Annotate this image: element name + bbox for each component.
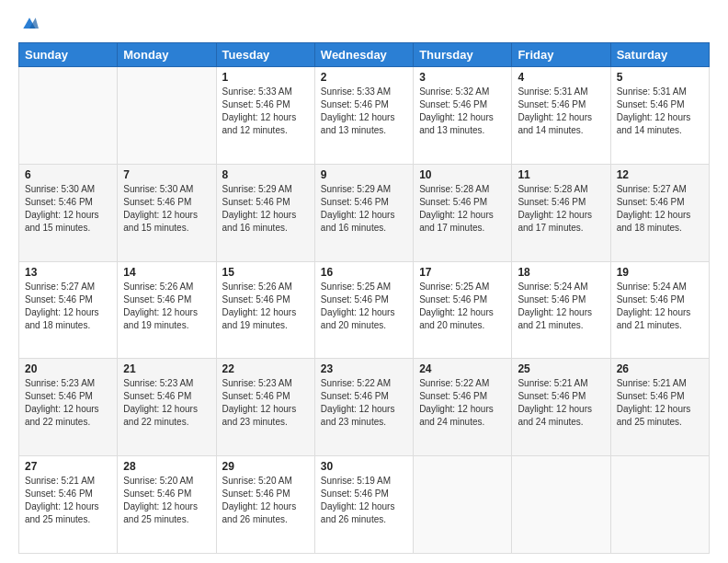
day-info: Sunrise: 5:30 AMSunset: 5:46 PMDaylight:… <box>25 184 99 233</box>
day-info: Sunrise: 5:23 AMSunset: 5:46 PMDaylight:… <box>222 378 297 427</box>
day-info: Sunrise: 5:31 AMSunset: 5:46 PMDaylight:… <box>518 86 592 135</box>
day-number: 1 <box>222 71 309 84</box>
day-number: 12 <box>617 168 703 181</box>
calendar-week-5: 27 Sunrise: 5:21 AMSunset: 5:46 PMDaylig… <box>19 456 710 554</box>
day-info: Sunrise: 5:33 AMSunset: 5:46 PMDaylight:… <box>222 86 297 135</box>
day-number: 21 <box>123 362 210 375</box>
day-number: 24 <box>419 362 506 375</box>
calendar-cell: 10 Sunrise: 5:28 AMSunset: 5:46 PMDaylig… <box>414 164 512 261</box>
header-thursday: Thursday <box>414 43 512 67</box>
day-number: 9 <box>321 168 407 181</box>
calendar-cell: 4 Sunrise: 5:31 AMSunset: 5:46 PMDayligh… <box>512 67 610 165</box>
day-info: Sunrise: 5:23 AMSunset: 5:46 PMDaylight:… <box>25 378 99 427</box>
calendar-cell: 24 Sunrise: 5:22 AMSunset: 5:46 PMDaylig… <box>414 359 512 456</box>
day-info: Sunrise: 5:24 AMSunset: 5:46 PMDaylight:… <box>518 282 592 330</box>
day-number: 27 <box>25 460 111 473</box>
day-number: 15 <box>222 266 309 279</box>
page: SundayMondayTuesdayWednesdayThursdayFrid… <box>0 0 728 563</box>
calendar-cell: 29 Sunrise: 5:20 AMSunset: 5:46 PMDaylig… <box>216 456 314 554</box>
calendar-cell: 28 Sunrise: 5:20 AMSunset: 5:46 PMDaylig… <box>118 456 216 554</box>
day-number: 14 <box>123 266 210 279</box>
day-number: 18 <box>518 266 604 279</box>
day-info: Sunrise: 5:33 AMSunset: 5:46 PMDaylight:… <box>321 86 395 135</box>
day-info: Sunrise: 5:25 AMSunset: 5:46 PMDaylight:… <box>419 282 494 330</box>
day-number: 22 <box>222 362 309 375</box>
header-saturday: Saturday <box>610 43 709 67</box>
calendar-cell <box>118 67 216 165</box>
day-number: 11 <box>518 168 604 181</box>
day-info: Sunrise: 5:27 AMSunset: 5:46 PMDaylight:… <box>25 282 99 330</box>
day-number: 6 <box>25 168 111 181</box>
calendar-cell: 17 Sunrise: 5:25 AMSunset: 5:46 PMDaylig… <box>414 261 512 359</box>
calendar-cell: 22 Sunrise: 5:23 AMSunset: 5:46 PMDaylig… <box>216 359 314 456</box>
calendar-cell: 8 Sunrise: 5:29 AMSunset: 5:46 PMDayligh… <box>216 164 314 261</box>
day-info: Sunrise: 5:24 AMSunset: 5:46 PMDaylight:… <box>617 282 691 330</box>
day-info: Sunrise: 5:28 AMSunset: 5:46 PMDaylight:… <box>518 184 592 233</box>
day-number: 23 <box>321 362 407 375</box>
day-info: Sunrise: 5:29 AMSunset: 5:46 PMDaylight:… <box>222 184 297 233</box>
day-number: 7 <box>123 168 210 181</box>
day-info: Sunrise: 5:22 AMSunset: 5:46 PMDaylight:… <box>321 378 395 427</box>
day-number: 2 <box>321 71 407 84</box>
calendar-table: SundayMondayTuesdayWednesdayThursdayFrid… <box>18 42 710 554</box>
calendar-cell: 14 Sunrise: 5:26 AMSunset: 5:46 PMDaylig… <box>118 261 216 359</box>
day-number: 3 <box>419 71 506 84</box>
day-info: Sunrise: 5:22 AMSunset: 5:46 PMDaylight:… <box>419 378 494 427</box>
day-info: Sunrise: 5:21 AMSunset: 5:46 PMDaylight:… <box>518 378 592 427</box>
calendar-cell <box>512 456 610 554</box>
calendar-cell: 30 Sunrise: 5:19 AMSunset: 5:46 PMDaylig… <box>314 456 413 554</box>
header-wednesday: Wednesday <box>314 43 413 67</box>
calendar-cell: 26 Sunrise: 5:21 AMSunset: 5:46 PMDaylig… <box>610 359 709 456</box>
calendar-cell: 9 Sunrise: 5:29 AMSunset: 5:46 PMDayligh… <box>314 164 413 261</box>
day-info: Sunrise: 5:28 AMSunset: 5:46 PMDaylight:… <box>419 184 494 233</box>
calendar-week-1: 1 Sunrise: 5:33 AMSunset: 5:46 PMDayligh… <box>19 67 710 165</box>
calendar-cell: 11 Sunrise: 5:28 AMSunset: 5:46 PMDaylig… <box>512 164 610 261</box>
header-sunday: Sunday <box>19 43 118 67</box>
day-info: Sunrise: 5:26 AMSunset: 5:46 PMDaylight:… <box>123 282 198 330</box>
day-number: 30 <box>321 460 407 473</box>
day-info: Sunrise: 5:21 AMSunset: 5:46 PMDaylight:… <box>617 378 691 427</box>
day-info: Sunrise: 5:23 AMSunset: 5:46 PMDaylight:… <box>123 378 198 427</box>
logo <box>18 15 39 33</box>
calendar-header-row: SundayMondayTuesdayWednesdayThursdayFrid… <box>19 43 710 67</box>
day-info: Sunrise: 5:30 AMSunset: 5:46 PMDaylight:… <box>123 184 198 233</box>
calendar-cell: 3 Sunrise: 5:32 AMSunset: 5:46 PMDayligh… <box>414 67 512 165</box>
day-number: 10 <box>419 168 506 181</box>
calendar-cell: 18 Sunrise: 5:24 AMSunset: 5:46 PMDaylig… <box>512 261 610 359</box>
calendar-cell: 2 Sunrise: 5:33 AMSunset: 5:46 PMDayligh… <box>314 67 413 165</box>
day-info: Sunrise: 5:27 AMSunset: 5:46 PMDaylight:… <box>617 184 691 233</box>
calendar-cell: 16 Sunrise: 5:25 AMSunset: 5:46 PMDaylig… <box>314 261 413 359</box>
day-number: 5 <box>617 71 703 84</box>
day-info: Sunrise: 5:29 AMSunset: 5:46 PMDaylight:… <box>321 184 395 233</box>
calendar-cell: 23 Sunrise: 5:22 AMSunset: 5:46 PMDaylig… <box>314 359 413 456</box>
day-info: Sunrise: 5:20 AMSunset: 5:46 PMDaylight:… <box>123 476 198 524</box>
calendar-cell: 19 Sunrise: 5:24 AMSunset: 5:46 PMDaylig… <box>610 261 709 359</box>
day-info: Sunrise: 5:19 AMSunset: 5:46 PMDaylight:… <box>321 476 395 524</box>
day-number: 19 <box>617 266 703 279</box>
day-info: Sunrise: 5:25 AMSunset: 5:46 PMDaylight:… <box>321 282 395 330</box>
day-info: Sunrise: 5:26 AMSunset: 5:46 PMDaylight:… <box>222 282 297 330</box>
day-number: 8 <box>222 168 309 181</box>
calendar-cell: 27 Sunrise: 5:21 AMSunset: 5:46 PMDaylig… <box>19 456 118 554</box>
calendar-cell: 21 Sunrise: 5:23 AMSunset: 5:46 PMDaylig… <box>118 359 216 456</box>
logo-icon <box>20 15 39 33</box>
calendar-cell <box>610 456 709 554</box>
calendar-cell: 15 Sunrise: 5:26 AMSunset: 5:46 PMDaylig… <box>216 261 314 359</box>
calendar-cell: 7 Sunrise: 5:30 AMSunset: 5:46 PMDayligh… <box>118 164 216 261</box>
calendar-cell: 6 Sunrise: 5:30 AMSunset: 5:46 PMDayligh… <box>19 164 118 261</box>
calendar-cell <box>19 67 118 165</box>
day-number: 25 <box>518 362 604 375</box>
calendar-week-3: 13 Sunrise: 5:27 AMSunset: 5:46 PMDaylig… <box>19 261 710 359</box>
day-number: 20 <box>25 362 111 375</box>
calendar-cell <box>414 456 512 554</box>
day-number: 4 <box>518 71 604 84</box>
day-number: 26 <box>617 362 703 375</box>
header-tuesday: Tuesday <box>216 43 314 67</box>
calendar-cell: 25 Sunrise: 5:21 AMSunset: 5:46 PMDaylig… <box>512 359 610 456</box>
calendar-cell: 13 Sunrise: 5:27 AMSunset: 5:46 PMDaylig… <box>19 261 118 359</box>
calendar-week-4: 20 Sunrise: 5:23 AMSunset: 5:46 PMDaylig… <box>19 359 710 456</box>
day-number: 13 <box>25 266 111 279</box>
header-monday: Monday <box>118 43 216 67</box>
header <box>18 15 710 33</box>
day-info: Sunrise: 5:20 AMSunset: 5:46 PMDaylight:… <box>222 476 297 524</box>
